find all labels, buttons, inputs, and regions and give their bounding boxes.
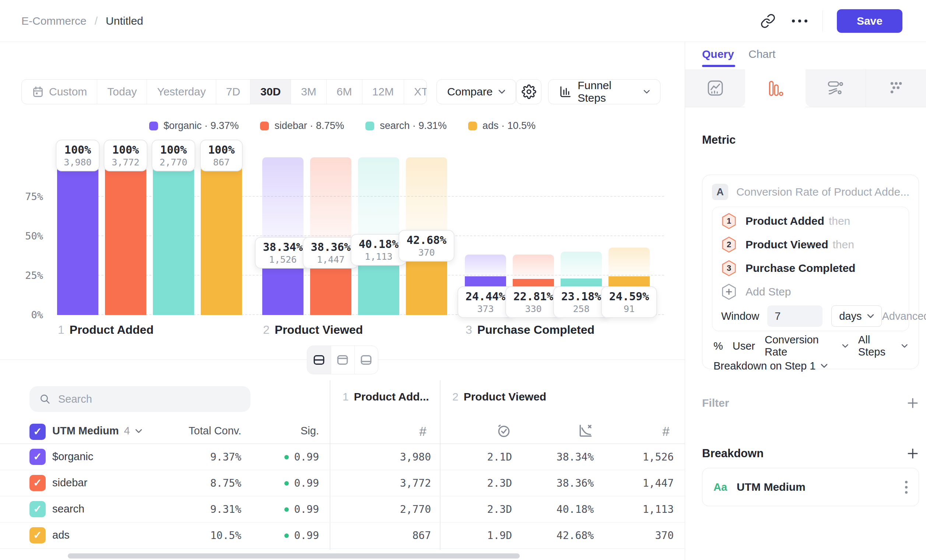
row-checkbox[interactable]: ✓ [29, 449, 46, 465]
significance-dot [284, 481, 289, 486]
date-range-7d[interactable]: 7D [216, 80, 250, 104]
bar-sidebar-step1[interactable]: 100%3,772 [105, 157, 146, 315]
legend-item-ads[interactable]: ads · 10.5% [468, 120, 536, 132]
date-range-today[interactable]: Today [97, 80, 147, 104]
legend-item-organic[interactable]: $organic · 9.37% [149, 120, 239, 132]
row-checkbox[interactable]: ✓ [29, 527, 46, 543]
copy-link-button[interactable] [759, 12, 777, 30]
count-metric-toggle[interactable]: # [404, 422, 441, 440]
window-unit-select[interactable]: days [831, 306, 882, 327]
bar-search-step1[interactable]: 100%2,770 [153, 157, 194, 315]
more-options-button[interactable] [791, 12, 808, 30]
date-range-6m[interactable]: 6M [326, 80, 362, 104]
bar-search-step3[interactable]: 23.18%258 [561, 157, 602, 315]
sig-value: 0.99 [294, 477, 319, 489]
date-range-30d[interactable]: 30D [250, 80, 291, 104]
chart-settings-button[interactable] [516, 79, 542, 104]
table-row-search[interactable]: ✓search9.31%0.992,7702.3D40.18%1,113 [0, 496, 685, 522]
column-group-label: Product Add... [354, 390, 429, 403]
compare-button[interactable]: Compare [436, 79, 516, 104]
layout-toggle-group [307, 345, 378, 374]
column-group-step1[interactable]: 1Product Add... [343, 390, 429, 403]
bar-count-label: 258 [561, 304, 601, 314]
bar-value-tooltip: 100%3,772 [103, 140, 147, 171]
breakdown-property-card[interactable]: Aa UTM Medium [702, 468, 919, 506]
select-all-checkbox[interactable]: ✓ [29, 424, 46, 440]
bar-pct-label: 100% [64, 143, 91, 156]
row-checkbox[interactable]: ✓ [29, 475, 46, 491]
add-step-label: Add Step [746, 286, 791, 298]
table-row-organic[interactable]: ✓$organic9.37%0.993,9802.1D38.34%1,526 [0, 444, 685, 470]
step-number: 2 [263, 323, 269, 336]
metric-step-3[interactable]: 3Purchase Completed [713, 256, 909, 280]
layout-chart-only-button[interactable] [331, 346, 354, 374]
bar-ads-step1[interactable]: 100%867 [201, 157, 242, 315]
chart-type-funnel[interactable] [745, 69, 805, 107]
add-breakdown-button[interactable] [906, 447, 919, 460]
breakdown-on-dropdown[interactable]: Breakdown on Step 1 [712, 356, 909, 375]
bar-ads-step3[interactable]: 24.59%91 [608, 157, 650, 315]
y-axis-tick: 0% [31, 309, 43, 321]
add-step-button[interactable]: Add Step [713, 280, 909, 304]
significance-dot [284, 533, 289, 538]
column-group-step2[interactable]: 2Product Viewed [452, 390, 546, 403]
metric-label-row[interactable]: A Conversion Rate of Product Adde... [712, 183, 909, 201]
table-cell: 867 [339, 530, 431, 542]
bar-count-label: 867 [208, 157, 235, 168]
measured-metric-dropdown[interactable]: Conversion Rate [765, 334, 849, 358]
date-range-xtd[interactable]: XTD [404, 80, 427, 104]
chart-view-selector[interactable]: Funnel Steps [548, 79, 660, 104]
conversion-rate-toggle[interactable] [567, 422, 604, 439]
layout-split-button[interactable] [307, 346, 331, 374]
add-filter-button[interactable] [906, 397, 919, 409]
save-button[interactable]: Save [837, 9, 902, 33]
date-range-custom[interactable]: Custom [22, 80, 97, 104]
step-number: 3 [466, 323, 472, 336]
tab-chart[interactable]: Chart [749, 48, 775, 61]
date-range-12m[interactable]: 12M [362, 80, 404, 104]
sig-header[interactable]: Sig. [245, 425, 319, 437]
window-value-input[interactable] [767, 306, 823, 327]
breakdown-column-header[interactable]: UTM Medium 4 [52, 425, 142, 437]
bar-search-step2[interactable]: 40.18%1,113 [358, 157, 399, 315]
step-name: Product Added [70, 323, 154, 336]
bar-pct-label: 23.18% [561, 290, 601, 303]
breadcrumb-project[interactable]: E-Commerce [21, 15, 86, 27]
horizontal-scrollbar[interactable] [68, 553, 520, 558]
bar-organic-step2[interactable]: 38.34%1,526 [262, 157, 304, 315]
time-to-convert-toggle[interactable] [486, 422, 522, 439]
tab-query[interactable]: Query [702, 48, 734, 61]
bar-sidebar-step3[interactable]: 22.81%330 [513, 157, 554, 315]
column-group-label: Product Viewed [464, 390, 546, 403]
date-range-yesterday[interactable]: Yesterday [147, 80, 215, 104]
bar [105, 157, 146, 315]
row-checkbox[interactable]: ✓ [29, 501, 46, 517]
bar-sidebar-step2[interactable]: 38.36%1,447 [310, 157, 351, 315]
total-conv-header[interactable]: Total Conv. [168, 425, 241, 437]
advanced-dropdown[interactable]: Advanced [882, 310, 926, 322]
kebab-menu-icon[interactable] [905, 481, 908, 494]
chart-type-line[interactable] [685, 69, 745, 107]
table-row-ads[interactable]: ✓ads10.5%0.998671.9D42.68%370 [0, 522, 685, 549]
ellipsis-icon [792, 20, 807, 23]
bar-count-label: 1,113 [359, 251, 398, 262]
bar-ads-step2[interactable]: 42.68%370 [406, 157, 447, 315]
legend-item-search[interactable]: search · 9.31% [365, 120, 447, 132]
measured-entity[interactable]: User [732, 340, 755, 352]
legend-item-sidebar[interactable]: sidebar · 8.75% [260, 120, 344, 132]
chart-type-journeys[interactable] [865, 69, 926, 107]
layout-table-only-button[interactable] [354, 346, 378, 374]
chart-type-flow[interactable] [806, 69, 865, 107]
row-label: $organic [52, 451, 93, 463]
breadcrumb-title[interactable]: Untitled [106, 15, 143, 27]
count-metric-toggle[interactable]: # [648, 422, 684, 440]
metric-section-title: Metric [702, 133, 735, 147]
metric-step-1[interactable]: 1Product Addedthen [713, 209, 909, 233]
bar-organic-step1[interactable]: 100%3,980 [57, 157, 98, 315]
metric-step-2[interactable]: 2Product Viewedthen [713, 233, 909, 256]
measured-scope-dropdown[interactable]: All Steps [858, 334, 908, 358]
date-range-3m[interactable]: 3M [291, 80, 326, 104]
bar-organic-step3[interactable]: 24.44%373 [465, 157, 506, 315]
search-input[interactable] [58, 393, 241, 405]
table-row-sidebar[interactable]: ✓sidebar8.75%0.993,7722.3D38.36%1,447 [0, 470, 685, 496]
